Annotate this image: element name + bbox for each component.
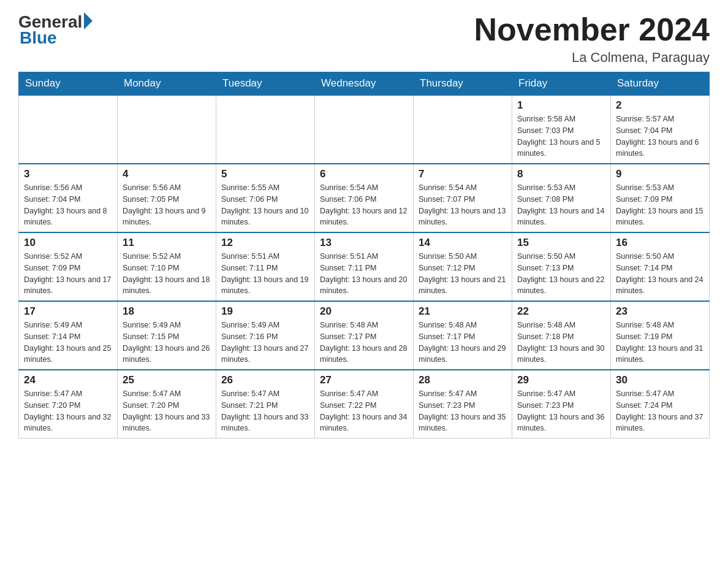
calendar-table: SundayMondayTuesdayWednesdayThursdayFrid… [18,72,710,439]
day-of-week-header: Monday [118,72,216,96]
day-number: 18 [123,305,211,318]
day-number: 2 [616,99,704,112]
calendar-cell: 25Sunrise: 5:47 AMSunset: 7:20 PMDayligh… [118,370,216,439]
logo-arrow-icon [84,12,93,29]
day-of-week-header: Sunday [19,72,118,96]
day-number: 13 [320,237,408,249]
day-number: 1 [517,99,605,112]
calendar-cell: 6Sunrise: 5:54 AMSunset: 7:06 PMDaylight… [315,164,414,232]
calendar-cell [118,95,216,164]
location-label: La Colmena, Paraguay [474,50,710,66]
calendar-week-row: 10Sunrise: 5:52 AMSunset: 7:09 PMDayligh… [19,232,710,301]
calendar-week-row: 3Sunrise: 5:56 AMSunset: 7:04 PMDaylight… [19,164,710,232]
calendar-cell: 26Sunrise: 5:47 AMSunset: 7:21 PMDayligh… [216,370,315,439]
day-number: 15 [517,237,605,249]
calendar-cell: 27Sunrise: 5:47 AMSunset: 7:22 PMDayligh… [315,370,414,439]
day-info: Sunrise: 5:53 AMSunset: 7:08 PMDaylight:… [517,182,605,228]
calendar-cell: 13Sunrise: 5:51 AMSunset: 7:11 PMDayligh… [315,232,414,301]
calendar-cell: 16Sunrise: 5:50 AMSunset: 7:14 PMDayligh… [611,232,710,301]
day-info: Sunrise: 5:52 AMSunset: 7:09 PMDaylight:… [24,251,112,297]
day-number: 27 [320,374,408,386]
calendar-cell [216,95,315,164]
calendar-cell: 9Sunrise: 5:53 AMSunset: 7:09 PMDaylight… [611,164,710,232]
day-number: 22 [517,305,605,318]
month-year-title: November 2024 [474,12,710,47]
day-number: 23 [616,305,704,318]
day-info: Sunrise: 5:48 AMSunset: 7:19 PMDaylight:… [616,320,704,366]
calendar-cell: 2Sunrise: 5:57 AMSunset: 7:04 PMDaylight… [611,95,710,164]
day-info: Sunrise: 5:52 AMSunset: 7:10 PMDaylight:… [123,251,211,297]
day-info: Sunrise: 5:47 AMSunset: 7:23 PMDaylight:… [419,388,507,434]
calendar-cell: 3Sunrise: 5:56 AMSunset: 7:04 PMDaylight… [19,164,118,232]
day-number: 6 [320,168,408,180]
day-number: 29 [517,374,605,386]
calendar-cell [315,95,414,164]
calendar-cell: 30Sunrise: 5:47 AMSunset: 7:24 PMDayligh… [611,370,710,439]
day-number: 11 [123,237,211,249]
day-number: 28 [419,374,507,386]
calendar-cell: 21Sunrise: 5:48 AMSunset: 7:17 PMDayligh… [414,301,512,370]
day-number: 25 [123,374,211,386]
day-of-week-header: Wednesday [315,72,414,96]
calendar-header-row: SundayMondayTuesdayWednesdayThursdayFrid… [19,72,710,96]
day-number: 4 [123,168,211,180]
day-info: Sunrise: 5:50 AMSunset: 7:13 PMDaylight:… [517,251,605,297]
day-number: 8 [517,168,605,180]
day-of-week-header: Tuesday [216,72,315,96]
day-info: Sunrise: 5:47 AMSunset: 7:22 PMDaylight:… [320,388,408,434]
calendar-cell: 11Sunrise: 5:52 AMSunset: 7:10 PMDayligh… [118,232,216,301]
day-number: 19 [221,305,309,318]
day-info: Sunrise: 5:49 AMSunset: 7:15 PMDaylight:… [123,320,211,366]
day-info: Sunrise: 5:47 AMSunset: 7:24 PMDaylight:… [616,388,704,434]
calendar-cell: 17Sunrise: 5:49 AMSunset: 7:14 PMDayligh… [19,301,118,370]
day-info: Sunrise: 5:50 AMSunset: 7:14 PMDaylight:… [616,251,704,297]
page-header: General Blue November 2024 La Colmena, P… [18,12,710,66]
day-info: Sunrise: 5:49 AMSunset: 7:14 PMDaylight:… [24,320,112,366]
calendar-week-row: 17Sunrise: 5:49 AMSunset: 7:14 PMDayligh… [19,301,710,370]
day-number: 12 [221,237,309,249]
day-number: 26 [221,374,309,386]
calendar-cell: 29Sunrise: 5:47 AMSunset: 7:23 PMDayligh… [512,370,611,439]
calendar-cell: 19Sunrise: 5:49 AMSunset: 7:16 PMDayligh… [216,301,315,370]
calendar-cell: 10Sunrise: 5:52 AMSunset: 7:09 PMDayligh… [19,232,118,301]
day-info: Sunrise: 5:48 AMSunset: 7:17 PMDaylight:… [419,320,507,366]
day-info: Sunrise: 5:53 AMSunset: 7:09 PMDaylight:… [616,182,704,228]
day-info: Sunrise: 5:48 AMSunset: 7:17 PMDaylight:… [320,320,408,366]
day-info: Sunrise: 5:50 AMSunset: 7:12 PMDaylight:… [419,251,507,297]
calendar-week-row: 1Sunrise: 5:58 AMSunset: 7:03 PMDaylight… [19,95,710,164]
day-of-week-header: Saturday [611,72,710,96]
calendar-cell: 20Sunrise: 5:48 AMSunset: 7:17 PMDayligh… [315,301,414,370]
day-number: 17 [24,305,112,318]
day-info: Sunrise: 5:48 AMSunset: 7:18 PMDaylight:… [517,320,605,366]
calendar-cell: 12Sunrise: 5:51 AMSunset: 7:11 PMDayligh… [216,232,315,301]
day-info: Sunrise: 5:47 AMSunset: 7:21 PMDaylight:… [221,388,309,434]
calendar-cell: 23Sunrise: 5:48 AMSunset: 7:19 PMDayligh… [611,301,710,370]
calendar-cell: 8Sunrise: 5:53 AMSunset: 7:08 PMDaylight… [512,164,611,232]
day-info: Sunrise: 5:56 AMSunset: 7:04 PMDaylight:… [24,182,112,228]
day-info: Sunrise: 5:47 AMSunset: 7:20 PMDaylight:… [24,388,112,434]
calendar-cell [19,95,118,164]
calendar-cell: 18Sunrise: 5:49 AMSunset: 7:15 PMDayligh… [118,301,216,370]
calendar-cell: 7Sunrise: 5:54 AMSunset: 7:07 PMDaylight… [414,164,512,232]
day-info: Sunrise: 5:54 AMSunset: 7:07 PMDaylight:… [419,182,507,228]
title-section: November 2024 La Colmena, Paraguay [474,12,710,66]
calendar-cell: 1Sunrise: 5:58 AMSunset: 7:03 PMDaylight… [512,95,611,164]
day-info: Sunrise: 5:54 AMSunset: 7:06 PMDaylight:… [320,182,408,228]
day-info: Sunrise: 5:49 AMSunset: 7:16 PMDaylight:… [221,320,309,366]
calendar-cell: 5Sunrise: 5:55 AMSunset: 7:06 PMDaylight… [216,164,315,232]
day-info: Sunrise: 5:47 AMSunset: 7:20 PMDaylight:… [123,388,211,434]
calendar-cell: 22Sunrise: 5:48 AMSunset: 7:18 PMDayligh… [512,301,611,370]
day-number: 21 [419,305,507,318]
day-number: 5 [221,168,309,180]
calendar-week-row: 24Sunrise: 5:47 AMSunset: 7:20 PMDayligh… [19,370,710,439]
day-number: 20 [320,305,408,318]
day-number: 10 [24,237,112,249]
day-number: 30 [616,374,704,386]
logo: General Blue [18,12,93,48]
day-info: Sunrise: 5:51 AMSunset: 7:11 PMDaylight:… [221,251,309,297]
calendar-cell: 4Sunrise: 5:56 AMSunset: 7:05 PMDaylight… [118,164,216,232]
calendar-cell: 15Sunrise: 5:50 AMSunset: 7:13 PMDayligh… [512,232,611,301]
day-number: 9 [616,168,704,180]
day-of-week-header: Thursday [414,72,512,96]
day-info: Sunrise: 5:57 AMSunset: 7:04 PMDaylight:… [616,113,704,159]
